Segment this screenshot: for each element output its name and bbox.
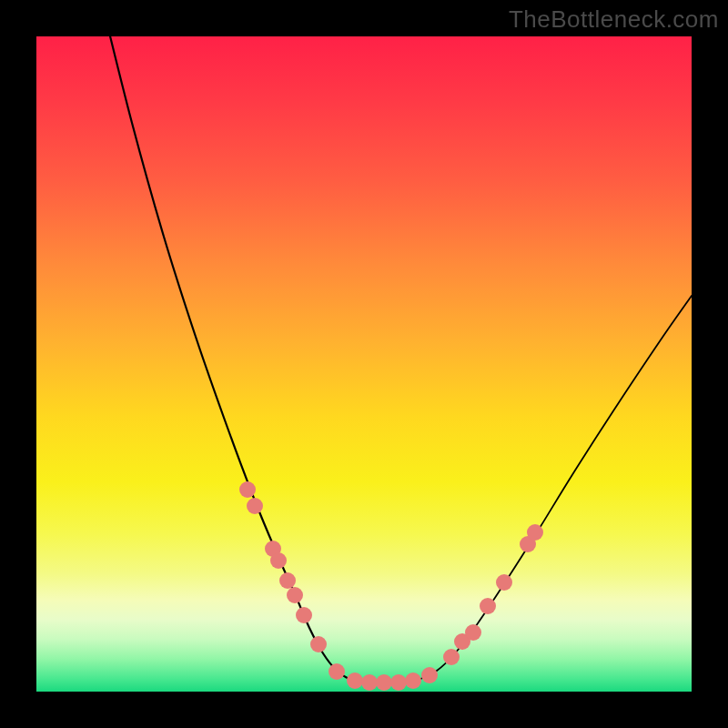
data-dot [376, 674, 392, 691]
curve-svg [36, 36, 692, 692]
chart-frame: TheBottleneck.com [0, 0, 728, 728]
data-dot [310, 636, 327, 652]
data-dot [405, 672, 421, 689]
data-dot [270, 552, 287, 569]
watermark-text: TheBottleneck.com [509, 5, 719, 34]
data-dot [443, 649, 460, 665]
data-dot [279, 572, 296, 589]
data-dot [296, 607, 312, 623]
data-dot [287, 587, 303, 603]
data-dot [421, 667, 438, 683]
data-dot [329, 663, 345, 680]
data-dot [239, 481, 256, 498]
data-dot [480, 598, 496, 614]
data-dot [527, 524, 543, 541]
data-dot [361, 674, 378, 691]
scatter-dots [239, 481, 543, 691]
data-dot [247, 498, 263, 514]
data-dot [465, 624, 481, 641]
curve-left [100, 0, 350, 680]
curve-right [419, 296, 692, 680]
data-dot [390, 674, 407, 691]
data-dot [347, 672, 363, 689]
data-dot [496, 574, 512, 591]
plot-area [36, 36, 692, 692]
